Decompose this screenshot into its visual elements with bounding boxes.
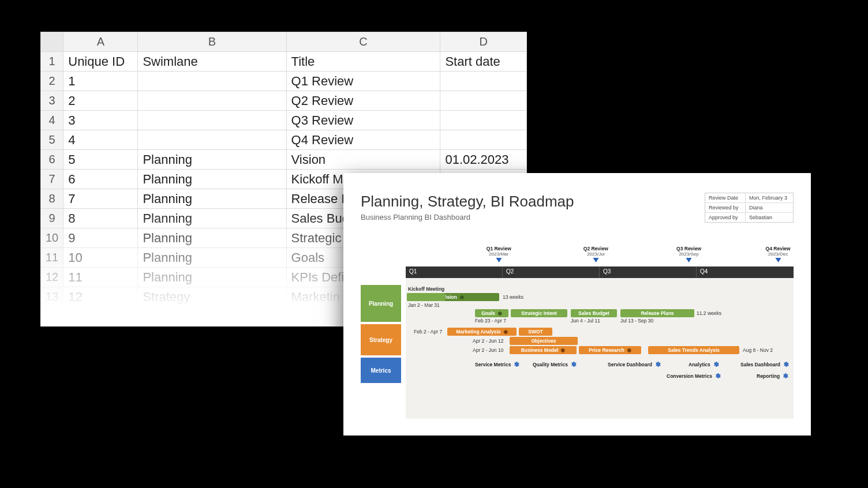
cell[interactable]: 9: [63, 228, 138, 248]
metric-quality[interactable]: Quality Metrics: [533, 361, 577, 367]
bar-sales-budget[interactable]: Sales Budget: [571, 309, 617, 317]
row-header[interactable]: 9: [41, 209, 63, 228]
cell[interactable]: 4: [63, 130, 138, 150]
meta-reviewed-by-value: Diana: [746, 203, 793, 212]
row-header[interactable]: 6: [41, 150, 63, 170]
meta-review-date-value: Mon, February 3: [746, 193, 793, 202]
cell[interactable]: 10: [63, 248, 138, 268]
metric-service-dashboard[interactable]: Service Dashboard: [608, 361, 661, 367]
select-all-corner[interactable]: [41, 32, 63, 52]
cell[interactable]: Planning: [138, 228, 286, 248]
cell[interactable]: Planning: [138, 248, 286, 268]
st-dates: Aug 8 - Nov 2: [743, 347, 773, 353]
cell[interactable]: Planning: [138, 268, 286, 287]
gear-icon: [497, 311, 502, 316]
row-header[interactable]: 14: [41, 307, 63, 326]
cell[interactable]: Start date: [440, 52, 527, 72]
metric-reporting[interactable]: Reporting: [757, 373, 788, 379]
quarter-q1: Q1: [406, 266, 503, 278]
cell[interactable]: [440, 91, 527, 111]
cell[interactable]: 3: [63, 111, 138, 130]
milestone-label: Q4 Review: [766, 246, 791, 251]
cell[interactable]: Q3 Review: [286, 111, 440, 130]
row-header[interactable]: 8: [41, 189, 63, 209]
col-header-a[interactable]: A: [63, 32, 138, 52]
cell[interactable]: Planning: [138, 209, 286, 228]
cell[interactable]: Q2 Review: [286, 91, 440, 111]
row-header[interactable]: 5: [41, 130, 63, 150]
cell[interactable]: 5: [63, 150, 138, 170]
gantt-chart: Planning Strategy Metrics Q1 Review2023/…: [361, 246, 794, 419]
cell[interactable]: 8: [63, 209, 138, 228]
cell[interactable]: Planning: [138, 150, 286, 170]
cell[interactable]: Planning: [138, 170, 286, 189]
cell[interactable]: Q4 Review: [286, 130, 440, 150]
row-header[interactable]: 11: [41, 248, 63, 268]
cell[interactable]: 11: [63, 268, 138, 287]
bar-sales-trends[interactable]: Sales Trends Analysis: [648, 346, 739, 354]
table-row: 21Q1 Review: [41, 72, 527, 91]
bar-price-research-label: Price Research: [589, 347, 624, 353]
cell[interactable]: Strategy: [138, 307, 286, 326]
cell[interactable]: Q1 Review: [286, 72, 440, 91]
row-header[interactable]: 4: [41, 111, 63, 130]
bar-price-research[interactable]: Price Research: [579, 346, 641, 354]
cell[interactable]: 1: [63, 72, 138, 91]
cell[interactable]: 2: [63, 91, 138, 111]
obj-dates: Apr 2 - Jun 12: [473, 338, 503, 344]
cell[interactable]: 01.02.2023: [440, 150, 527, 170]
bar-business-model[interactable]: Business Model: [510, 346, 577, 354]
metric-service[interactable]: Service Metrics: [475, 361, 519, 367]
lane-strategy: Strategy: [361, 324, 401, 355]
metric-sales-dashboard[interactable]: Sales Dashboard: [740, 361, 789, 367]
metric-service-label: Service Metrics: [475, 362, 511, 367]
cell[interactable]: [138, 91, 286, 111]
milestone-date: 2023/Jul: [583, 251, 608, 257]
metric-analytics[interactable]: Analytics: [689, 361, 719, 367]
cell[interactable]: 13: [63, 307, 138, 326]
bar-swot[interactable]: SWOT: [519, 328, 552, 336]
cell[interactable]: [138, 130, 286, 150]
cell[interactable]: Planning: [138, 189, 286, 209]
bar-marketing[interactable]: Marketing Analysis: [447, 328, 517, 336]
metric-conversion[interactable]: Conversion Metrics: [667, 373, 721, 379]
cell[interactable]: 7: [63, 189, 138, 209]
row-header[interactable]: 2: [41, 72, 63, 91]
bar-objectives[interactable]: Objectives: [510, 337, 578, 345]
col-header-c[interactable]: C: [286, 32, 440, 52]
cell[interactable]: [138, 72, 286, 91]
bar-release-plans[interactable]: Release Plans: [620, 309, 694, 317]
row-header[interactable]: 1: [41, 52, 63, 72]
col-header-d[interactable]: D: [440, 32, 527, 52]
cell[interactable]: [138, 111, 286, 130]
milestone-label: Q1 Review: [487, 246, 511, 251]
cell[interactable]: 6: [63, 170, 138, 189]
row-header[interactable]: 3: [41, 91, 63, 111]
sb-dates: Jun 4 - Jul 11: [571, 318, 600, 324]
bar-swot-label: SWOT: [528, 329, 543, 335]
row-header[interactable]: 7: [41, 170, 63, 189]
cell[interactable]: Swimlane: [138, 52, 286, 72]
cell[interactable]: [440, 130, 527, 150]
row-header[interactable]: 10: [41, 228, 63, 248]
bar-goals[interactable]: Goals: [475, 309, 508, 317]
cell[interactable]: Vision: [286, 150, 440, 170]
cell[interactable]: [440, 72, 527, 91]
gear-icon: [782, 373, 788, 379]
col-header-b[interactable]: B: [138, 32, 286, 52]
cell[interactable]: Title: [286, 52, 440, 72]
meta-review-date-label: Review Date: [705, 193, 746, 202]
row-header[interactable]: 13: [41, 287, 63, 307]
bar-strategic-intent[interactable]: Strategic Intent: [511, 309, 567, 317]
cell[interactable]: [440, 111, 527, 130]
row-header[interactable]: 12: [41, 268, 63, 287]
quarter-q3: Q3: [600, 266, 697, 278]
cell[interactable]: 12: [63, 287, 138, 307]
metric-reporting-label: Reporting: [757, 373, 780, 379]
cell[interactable]: Strategy: [138, 287, 286, 307]
cell[interactable]: Unique ID: [63, 52, 138, 72]
milestone-date: 2023/Sep: [676, 251, 701, 257]
milestone-marker-icon: [593, 258, 598, 262]
gear-icon: [459, 295, 464, 300]
metric-sales-dashboard-label: Sales Dashboard: [740, 362, 780, 367]
